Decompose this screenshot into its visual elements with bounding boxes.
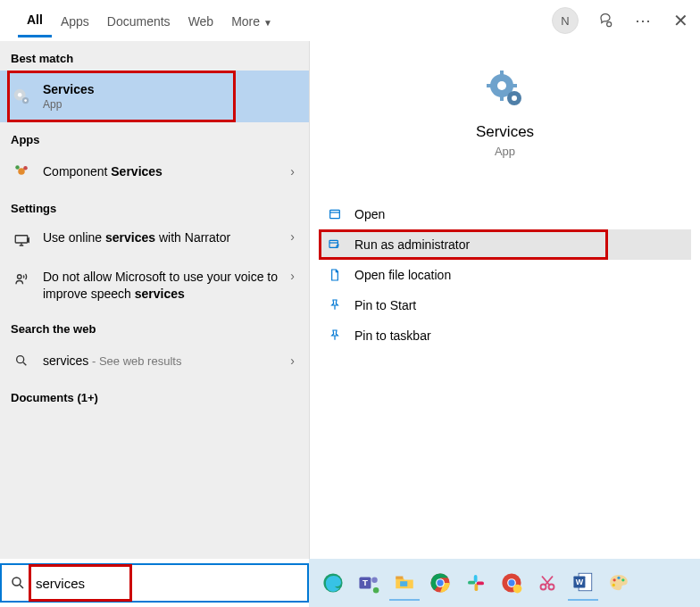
action-pin-to-taskbar[interactable]: Pin to taskbar <box>319 320 691 351</box>
svg-point-41 <box>549 585 554 590</box>
search-input[interactable] <box>34 565 307 601</box>
tab-all[interactable]: All <box>18 4 52 37</box>
svg-rect-8 <box>15 236 28 243</box>
preview-title: Services <box>310 123 700 141</box>
tab-documents[interactable]: Documents <box>98 5 179 37</box>
svg-point-4 <box>24 99 27 102</box>
chevron-right-icon: › <box>287 269 298 283</box>
settings-label: Settings <box>0 191 309 220</box>
chevron-right-icon: › <box>287 229 298 244</box>
chevron-right-icon: › <box>287 164 298 179</box>
action-pin-to-start[interactable]: Pin to Start <box>319 290 691 320</box>
search-box[interactable] <box>0 563 309 603</box>
preview-panel: Services App Open Run as administrator O… <box>309 41 700 559</box>
svg-text:W: W <box>576 578 584 586</box>
result-settings-speech[interactable]: Do not allow Microsoft to use your voice… <box>0 260 309 312</box>
svg-text:T: T <box>362 578 368 587</box>
svg-point-47 <box>621 578 624 581</box>
best-match-services[interactable]: Services App <box>0 71 309 122</box>
monitor-icon <box>11 229 32 251</box>
tab-more[interactable]: More▼ <box>222 5 281 37</box>
result-component-services[interactable]: Component Services › <box>0 152 309 191</box>
apps-label: Apps <box>0 122 309 152</box>
taskbar-paint-icon[interactable] <box>604 565 634 601</box>
svg-rect-27 <box>396 577 403 579</box>
svg-point-10 <box>17 355 24 362</box>
svg-point-7 <box>23 166 28 170</box>
svg-point-0 <box>607 22 612 27</box>
feedback-icon[interactable] <box>595 10 616 31</box>
best-match-title: Services <box>43 82 298 96</box>
action-label: Open <box>354 207 385 221</box>
svg-point-48 <box>612 584 615 586</box>
svg-point-25 <box>371 578 378 584</box>
svg-rect-12 <box>500 71 504 75</box>
svg-point-46 <box>617 577 620 579</box>
tab-apps[interactable]: Apps <box>52 5 98 37</box>
search-icon <box>2 575 34 591</box>
taskbar-edge-icon[interactable] <box>318 565 348 601</box>
svg-rect-28 <box>400 581 407 586</box>
taskbar-teams-icon[interactable]: T <box>354 565 384 601</box>
result-title: Do not allow Microsoft to use your voice… <box>43 269 287 303</box>
taskbar-chrome-icon[interactable] <box>425 565 455 601</box>
svg-rect-35 <box>477 582 484 586</box>
result-settings-narrator[interactable]: Use online services with Narrator › <box>0 220 309 260</box>
svg-point-18 <box>512 96 517 101</box>
svg-point-38 <box>508 579 514 586</box>
svg-rect-33 <box>468 581 475 585</box>
taskbar-word-icon[interactable]: W <box>568 565 598 601</box>
speech-icon <box>11 269 32 290</box>
svg-point-16 <box>497 81 506 90</box>
svg-point-21 <box>12 578 21 586</box>
taskbar-snip-icon[interactable] <box>532 565 562 601</box>
result-title: services - See web results <box>43 353 287 368</box>
svg-point-2 <box>18 93 22 97</box>
action-label: Open file location <box>354 268 451 282</box>
more-options-icon[interactable]: ⋯ <box>632 10 654 31</box>
result-title: Use online services with Narrator <box>43 229 287 246</box>
action-open[interactable]: Open <box>319 199 691 229</box>
svg-point-45 <box>613 578 616 581</box>
component-icon <box>11 161 32 182</box>
action-run-as-administrator[interactable]: Run as administrator <box>319 229 691 260</box>
taskbar-explorer-icon[interactable] <box>389 565 420 601</box>
documents-label: Documents (1+) <box>0 380 309 410</box>
taskbar-chrome-canary-icon[interactable] <box>496 565 527 601</box>
svg-point-39 <box>513 585 522 594</box>
best-match-subtitle: App <box>43 98 298 111</box>
svg-rect-13 <box>500 96 504 101</box>
action-label: Pin to Start <box>354 298 416 312</box>
tab-web[interactable]: Web <box>179 5 223 37</box>
taskbar: T W <box>309 559 700 607</box>
best-match-label: Best match <box>0 41 309 71</box>
action-label: Pin to taskbar <box>354 328 431 343</box>
results-panel: Best match Services App Apps <box>0 41 309 559</box>
services-app-icon <box>484 68 527 111</box>
result-title: Component Services <box>43 164 287 179</box>
svg-rect-15 <box>512 84 517 87</box>
svg-rect-14 <box>487 84 491 87</box>
svg-point-6 <box>15 165 20 170</box>
gear-icon <box>11 86 32 107</box>
search-icon <box>11 350 32 371</box>
search-web-label: Search the web <box>0 312 309 341</box>
svg-point-9 <box>18 275 22 279</box>
action-open-file-location[interactable]: Open file location <box>319 260 691 290</box>
chevron-down-icon: ▼ <box>263 18 272 28</box>
preview-subtitle: App <box>310 145 700 158</box>
taskbar-slack-icon[interactable] <box>461 565 491 601</box>
user-avatar[interactable]: N <box>552 7 579 34</box>
svg-point-40 <box>541 585 546 590</box>
action-label: Run as administrator <box>354 237 470 252</box>
svg-point-26 <box>373 587 379 594</box>
svg-rect-19 <box>330 210 340 218</box>
result-web-services[interactable]: services - See web results › <box>0 341 309 380</box>
chevron-right-icon: › <box>287 353 298 368</box>
close-button[interactable]: ✕ <box>670 10 691 31</box>
scope-tabs: All Apps Documents Web More▼ N ⋯ ✕ <box>0 0 700 41</box>
svg-point-31 <box>437 579 443 586</box>
